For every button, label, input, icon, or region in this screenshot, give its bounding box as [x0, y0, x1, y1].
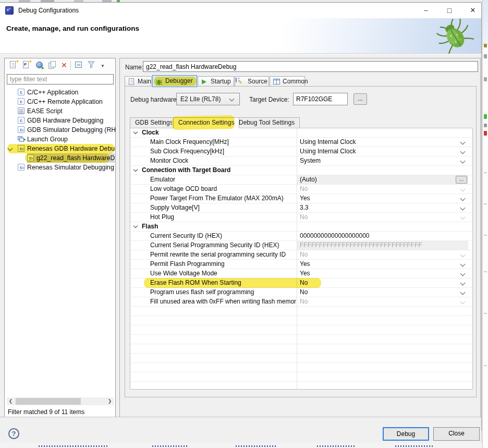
tree-item[interactable]: cxRenesas GDB Hardware Debugg [5, 144, 115, 153]
view-menu-icon[interactable]: ▼ [99, 60, 108, 70]
name-input[interactable] [143, 61, 478, 72]
chevron-down-icon[interactable] [460, 205, 466, 211]
chevron-down-icon[interactable] [460, 271, 466, 276]
debug-hardware-select[interactable]: E2 Lite (RL78) [176, 93, 240, 105]
property-row[interactable]: Supply Voltage[V]3.3 [130, 203, 472, 213]
empty-property-row [130, 363, 472, 372]
scrollbar-thumb[interactable] [16, 398, 81, 405]
property-value[interactable]: No [297, 185, 458, 193]
property-row[interactable]: Main Clock Frequency[MHz]Using Internal … [130, 138, 472, 147]
property-value[interactable]: System [297, 156, 458, 165]
property-row[interactable]: Power Target From The Emulator (MAX 200m… [130, 194, 472, 203]
group-icon: ▸ [18, 136, 25, 142]
expander-chevron-icon[interactable] [8, 146, 13, 151]
chevron-down-icon[interactable] [460, 290, 466, 295]
window-title: Debug Configurations [18, 7, 79, 14]
tree-item[interactable]: ▸Launch Group [5, 135, 115, 144]
titlebar[interactable]: Debug Configurations [0, 3, 481, 18]
property-row[interactable]: Hot PlugNo [130, 213, 472, 222]
property-row[interactable]: Current Serial Programming Security ID (… [130, 241, 472, 250]
new-launch-prototype-icon[interactable]: P✦ [22, 60, 31, 70]
delete-launch-configuration-icon[interactable]: ✕ [60, 60, 69, 70]
property-row[interactable]: Permit rewrite the serial programming se… [130, 250, 472, 260]
tree-item[interactable]: cxRenesas Simulator Debugging ( [5, 163, 115, 172]
chevron-down-icon[interactable] [460, 140, 466, 145]
minimize-button[interactable] [417, 3, 435, 18]
property-value[interactable]: Using Internal Clock [297, 147, 458, 156]
chevron-down-icon[interactable] [460, 196, 466, 201]
property-value[interactable]: Using Internal Clock [297, 138, 458, 147]
property-row[interactable]: Low voltage OCD boardNo [130, 185, 472, 194]
subtab-debug-tool-settings[interactable]: Debug Tool Settings [234, 117, 300, 128]
tab-common[interactable]: Common [270, 76, 305, 87]
property-value[interactable]: No [297, 288, 458, 297]
property-section-row[interactable]: Connection with Target Board [130, 166, 472, 175]
property-row[interactable]: Fill unused area with 0xFF when writing … [130, 297, 472, 307]
connection-settings-table: ClockMain Clock Frequency[MHz]Using Inte… [130, 128, 473, 390]
property-value[interactable]: Yes [297, 194, 458, 203]
target-device-input[interactable] [293, 93, 348, 105]
maximize-button[interactable] [441, 3, 458, 18]
tree-item[interactable]: cxg22_read_flash HardwareDeb [5, 153, 115, 163]
property-value[interactable]: No [297, 279, 458, 287]
section-chevron-icon[interactable] [133, 130, 138, 134]
new-launch-configuration-icon[interactable]: ✦ [9, 60, 18, 70]
tab-main[interactable]: Main [125, 76, 152, 87]
property-value[interactable]: Yes [297, 260, 458, 269]
tab-debugger[interactable]: Debugger [152, 75, 197, 87]
property-section-row[interactable]: Clock [130, 128, 472, 138]
tree-item[interactable]: EASE Script [5, 106, 115, 116]
subtab-gdb-settings[interactable]: GDB Settings [130, 117, 178, 128]
file-icon [128, 78, 136, 86]
tab-startup[interactable]: ▶ Startup [198, 76, 234, 87]
subtab-connection-settings[interactable]: Connection Settings [173, 117, 239, 128]
property-row[interactable]: Sub Clock Frequency[kHz]Using Internal C… [130, 147, 472, 156]
tree-item[interactable]: cC/C++ Remote Application [5, 97, 115, 106]
tree-item[interactable]: cxGDB Simulator Debugging (RH8 [5, 125, 115, 135]
tab-source[interactable]: ✎ Source [235, 76, 269, 87]
property-value[interactable]: No [297, 250, 458, 259]
chevron-down-icon[interactable] [460, 299, 466, 305]
property-value[interactable]: (Auto) [297, 175, 458, 184]
chevron-down-icon[interactable] [460, 281, 466, 286]
debug-button[interactable]: Debug [383, 427, 429, 441]
c-icon: c [18, 89, 25, 95]
property-row[interactable]: Erase Flash ROM When StartingNo [130, 279, 472, 288]
tree-item[interactable]: cGDB Hardware Debugging [5, 116, 115, 125]
property-row[interactable]: Use Wide Voltage ModeYes [130, 269, 472, 279]
property-section-row[interactable]: Flash [130, 222, 472, 232]
emulator-browse-button[interactable]: ... [456, 176, 467, 184]
property-value[interactable]: Yes [297, 269, 458, 278]
chevron-down-icon[interactable] [460, 159, 466, 164]
property-row[interactable]: Program uses flash self programmingNo [130, 288, 472, 297]
property-value[interactable]: 3.3 [297, 203, 458, 212]
close-button[interactable]: Close [433, 427, 480, 441]
property-row[interactable]: Permit Flash ProgrammingYes [130, 260, 472, 269]
scroll-left-icon[interactable]: ❮ [7, 397, 15, 405]
close-window-button[interactable] [464, 3, 482, 18]
property-value[interactable]: FFFFFFFFFFFFFFFFFFFFFFFFFFFFFFFF [297, 241, 458, 250]
collapse-all-icon[interactable] [74, 60, 83, 70]
chevron-down-icon[interactable] [460, 215, 466, 220]
target-device-browse-button[interactable]: ... [353, 93, 367, 105]
property-row[interactable]: Monitor ClockSystem [130, 156, 472, 166]
help-icon[interactable]: ? [8, 428, 19, 439]
section-chevron-icon[interactable] [133, 167, 138, 172]
chevron-down-icon[interactable] [460, 149, 466, 154]
property-value[interactable]: No [297, 213, 458, 222]
chevron-down-icon[interactable] [460, 262, 466, 267]
property-value[interactable]: No [297, 297, 458, 306]
chevron-down-icon[interactable] [460, 187, 466, 192]
filter-input[interactable] [7, 74, 114, 84]
export-launch-configurations-icon[interactable] [35, 60, 44, 70]
duplicate-launch-configuration-icon[interactable] [48, 60, 57, 70]
chevron-down-icon[interactable] [460, 252, 466, 258]
section-chevron-icon[interactable] [133, 224, 138, 228]
property-row[interactable]: Current Security ID (HEX)000000000000000… [130, 232, 472, 241]
tree-horizontal-scrollbar[interactable]: ❮ ❯ [7, 397, 114, 405]
property-value[interactable]: 00000000000000000000 [297, 232, 458, 240]
scroll-right-icon[interactable]: ❯ [106, 397, 114, 405]
tree-item[interactable]: cC/C++ Application [5, 88, 115, 97]
filter-launch-configurations-icon[interactable] [87, 60, 96, 70]
property-row[interactable]: Emulator(Auto)... [130, 175, 472, 185]
